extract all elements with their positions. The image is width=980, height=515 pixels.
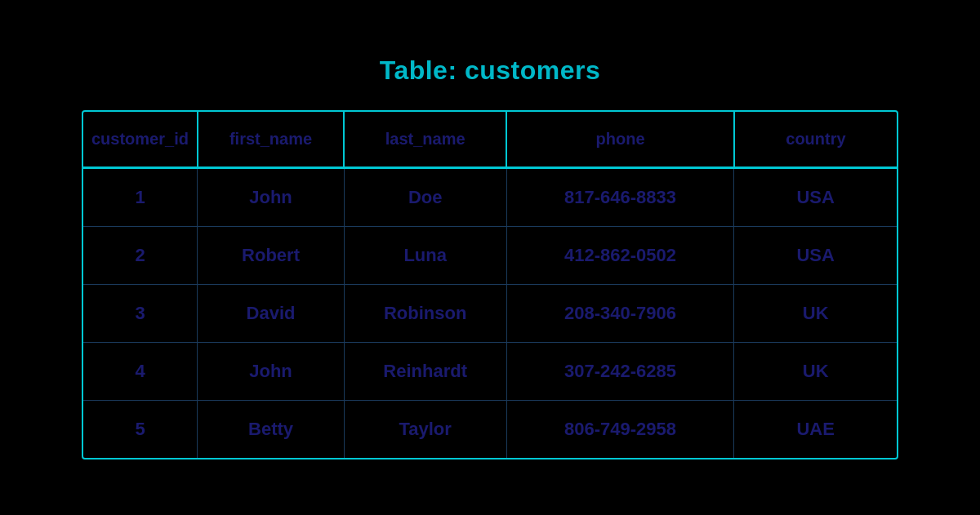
cell-customer_id: 2 [83, 227, 198, 285]
cell-country: UAE [734, 401, 897, 459]
table-row: 1JohnDoe817-646-8833USA [83, 168, 897, 227]
cell-first_name: Robert [198, 227, 344, 285]
cell-first_name: John [198, 168, 344, 227]
cell-phone: 806-749-2958 [506, 401, 734, 459]
cell-last_name: Robinson [344, 285, 506, 343]
col-header-first-name: first_name [198, 112, 344, 168]
cell-first_name: Betty [198, 401, 344, 459]
page-container: Table: customers customer_id first_name … [0, 31, 980, 484]
col-header-last-name: last_name [344, 112, 506, 168]
cell-customer_id: 5 [83, 401, 198, 459]
cell-phone: 817-646-8833 [506, 168, 734, 227]
table-row: 4JohnReinhardt307-242-6285UK [83, 343, 897, 401]
table-row: 5BettyTaylor806-749-2958UAE [83, 401, 897, 459]
cell-last_name: Taylor [344, 401, 506, 459]
cell-phone: 412-862-0502 [506, 227, 734, 285]
cell-country: UK [734, 285, 897, 343]
cell-last_name: Reinhardt [344, 343, 506, 401]
cell-country: USA [734, 168, 897, 227]
cell-first_name: John [198, 343, 344, 401]
table-wrapper: customer_id first_name last_name phone c… [82, 110, 898, 460]
col-header-country: country [734, 112, 897, 168]
cell-last_name: Doe [344, 168, 506, 227]
table-row: 2RobertLuna412-862-0502USA [83, 227, 897, 285]
cell-phone: 307-242-6285 [506, 343, 734, 401]
cell-customer_id: 4 [83, 343, 198, 401]
table-row: 3DavidRobinson208-340-7906UK [83, 285, 897, 343]
col-header-phone: phone [506, 112, 734, 168]
col-header-customer-id: customer_id [83, 112, 198, 168]
page-title: Table: customers [380, 55, 601, 86]
cell-first_name: David [198, 285, 344, 343]
cell-customer_id: 1 [83, 168, 198, 227]
cell-customer_id: 3 [83, 285, 198, 343]
cell-last_name: Luna [344, 227, 506, 285]
cell-country: UK [734, 343, 897, 401]
table-header-row: customer_id first_name last_name phone c… [83, 112, 897, 168]
cell-phone: 208-340-7906 [506, 285, 734, 343]
customers-table: customer_id first_name last_name phone c… [83, 112, 897, 458]
cell-country: USA [734, 227, 897, 285]
table-body: 1JohnDoe817-646-8833USA2RobertLuna412-86… [83, 168, 897, 459]
